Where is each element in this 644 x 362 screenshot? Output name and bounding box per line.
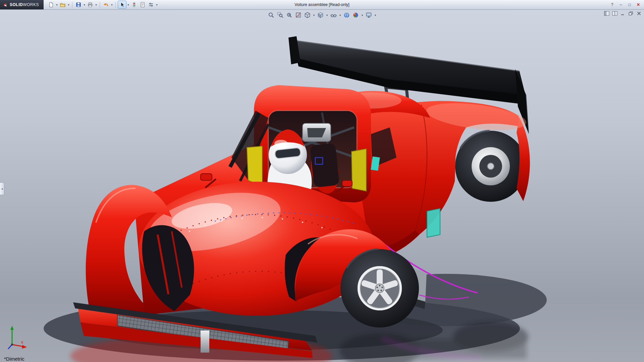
pane-left-button[interactable] bbox=[604, 11, 610, 16]
dropdown-arrow[interactable]: ▾ bbox=[313, 14, 316, 17]
view-orientation-button[interactable] bbox=[304, 11, 312, 19]
toolbar-separator bbox=[100, 2, 100, 8]
options-sliders-icon bbox=[148, 2, 154, 8]
pane-left-icon bbox=[604, 11, 609, 16]
help-button[interactable]: ? bbox=[608, 2, 616, 8]
view-settings-button[interactable] bbox=[365, 11, 373, 19]
new-document-icon bbox=[48, 2, 54, 8]
teal-side-window bbox=[427, 208, 440, 237]
view-orientation-label: *Dimetric bbox=[4, 356, 24, 362]
minimize-document-icon bbox=[620, 11, 626, 16]
zoom-to-selection-icon bbox=[286, 12, 293, 18]
select-cursor-icon bbox=[119, 2, 125, 8]
restore-document-icon bbox=[628, 11, 634, 16]
dropdown-arrow[interactable]: ▾ bbox=[110, 3, 113, 6]
select-button[interactable] bbox=[118, 1, 126, 9]
rebuild-traffic-icon bbox=[131, 2, 137, 8]
view-orientation-cube-icon bbox=[304, 12, 311, 18]
file-properties-button[interactable] bbox=[139, 1, 147, 8]
zoom-to-area-icon bbox=[277, 12, 284, 18]
view-settings-monitor-icon bbox=[366, 12, 372, 18]
display-style-icon bbox=[317, 12, 324, 18]
document-window-controls bbox=[604, 11, 642, 16]
close-document-icon bbox=[636, 11, 642, 16]
dropdown-arrow[interactable]: ▾ bbox=[67, 3, 70, 6]
close-button[interactable]: ✕ bbox=[635, 2, 642, 8]
yellow-panel-left bbox=[247, 146, 262, 186]
minimize-button[interactable]: – bbox=[617, 2, 625, 8]
zoom-to-selection-button[interactable] bbox=[285, 11, 293, 19]
save-icon bbox=[75, 2, 82, 8]
edit-appearance-button[interactable] bbox=[352, 11, 360, 19]
print-icon bbox=[87, 2, 93, 8]
toolbar-separator bbox=[115, 2, 116, 8]
toolbar-separator bbox=[72, 2, 72, 8]
print-button[interactable] bbox=[86, 1, 94, 8]
open-button[interactable] bbox=[59, 1, 67, 8]
zoom-to-fit-icon bbox=[268, 12, 275, 18]
edit-appearance-ball-icon bbox=[353, 12, 359, 18]
dropdown-arrow[interactable]: ▾ bbox=[361, 14, 364, 17]
pane-split-icon bbox=[612, 11, 618, 16]
undo-button[interactable] bbox=[102, 1, 110, 8]
dropdown-arrow[interactable]: ▾ bbox=[339, 14, 342, 17]
viewport-3d[interactable]: ▾ ▾ ▾ bbox=[0, 9, 644, 362]
triad-x-label: x bbox=[21, 340, 23, 345]
heads-up-view-toolbar: ▾ ▾ ▾ bbox=[267, 11, 377, 19]
maximize-button[interactable]: □ bbox=[626, 2, 633, 8]
restore-document-button[interactable] bbox=[628, 11, 634, 16]
featuremanager-collapse-tab[interactable]: ◂ bbox=[0, 182, 4, 195]
dropdown-arrow[interactable]: ▾ bbox=[55, 3, 58, 6]
display-style-button[interactable] bbox=[317, 11, 325, 19]
zoom-to-fit-button[interactable] bbox=[267, 11, 275, 19]
car-model bbox=[44, 36, 547, 362]
close-document-button[interactable] bbox=[636, 11, 642, 16]
minimize-document-button[interactable] bbox=[620, 11, 626, 16]
rear-wheel bbox=[455, 131, 526, 202]
hide-show-glasses-icon bbox=[330, 12, 337, 18]
yellow-panel-right bbox=[352, 149, 366, 191]
reference-triad: x bbox=[8, 326, 27, 349]
new-document-button[interactable] bbox=[47, 1, 55, 8]
pane-split-button[interactable] bbox=[612, 11, 618, 16]
front-wheel bbox=[340, 249, 419, 327]
zoom-to-area-button[interactable] bbox=[276, 11, 284, 19]
section-view-button[interactable] bbox=[294, 11, 303, 19]
dropdown-arrow[interactable]: ▾ bbox=[83, 3, 86, 6]
apply-scene-globe-icon bbox=[343, 12, 350, 18]
options-button[interactable] bbox=[147, 1, 155, 8]
section-view-icon bbox=[295, 12, 302, 18]
splitter-post bbox=[201, 330, 209, 353]
standard-toolbar: ▾ ▾ ▾ ▾ bbox=[47, 1, 158, 9]
save-button[interactable] bbox=[74, 1, 83, 8]
dropdown-arrow[interactable]: ▾ bbox=[95, 3, 98, 6]
brand-name: SOLIDWORKS bbox=[10, 2, 39, 7]
undo-icon bbox=[103, 2, 109, 8]
file-properties-icon bbox=[140, 2, 146, 8]
dropdown-arrow[interactable]: ▾ bbox=[127, 3, 130, 6]
car-model-render: x bbox=[0, 9, 644, 362]
hide-show-items-button[interactable] bbox=[330, 11, 338, 19]
dropdown-arrow[interactable]: ▾ bbox=[374, 14, 377, 17]
window-controls: ? – □ ✕ bbox=[608, 2, 644, 8]
solidworks-swirl-icon bbox=[3, 2, 8, 7]
dropdown-arrow[interactable]: ▾ bbox=[326, 14, 329, 17]
open-folder-icon bbox=[60, 2, 66, 8]
rebuild-button[interactable] bbox=[130, 1, 138, 8]
apply-scene-button[interactable] bbox=[343, 11, 351, 19]
titlebar: SOLIDWORKS ▾ ▾ ▾ bbox=[0, 0, 644, 10]
dropdown-arrow[interactable]: ▾ bbox=[155, 3, 158, 6]
solidworks-logo: SOLIDWORKS bbox=[0, 0, 44, 9]
